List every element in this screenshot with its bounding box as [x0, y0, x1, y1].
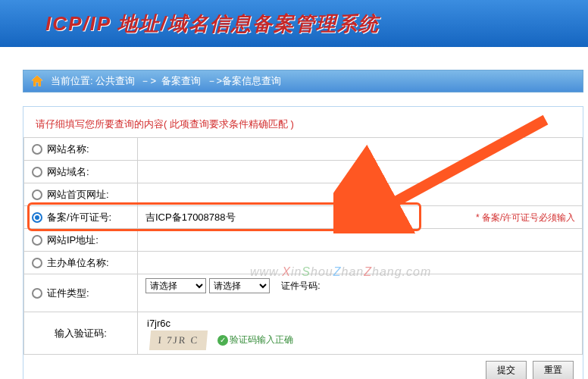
- cert-type-select-2[interactable]: 请选择: [209, 278, 270, 293]
- radio-site-url[interactable]: 网站首页网址:: [32, 188, 130, 202]
- radio-site-ip[interactable]: 网站IP地址:: [32, 233, 130, 247]
- check-icon: ✓: [217, 335, 228, 346]
- org-name-input[interactable]: [145, 255, 574, 270]
- home-icon: [30, 74, 45, 89]
- cert-no-label: 证件号码:: [281, 280, 320, 291]
- submit-button[interactable]: 提交: [486, 361, 527, 379]
- app-title: ICP/IP 地址/域名信息备案管理系统: [45, 11, 380, 37]
- site-name-input[interactable]: [145, 142, 574, 156]
- breadcrumb-record-info-query: 备案信息查询: [222, 74, 281, 88]
- captcha-status: ✓验证码输入正确: [217, 334, 293, 345]
- radio-site-domain[interactable]: 网站域名:: [32, 165, 130, 179]
- license-required-note: * 备案/许可证号必须输入: [476, 211, 575, 224]
- breadcrumb-record-query[interactable]: 备案查询: [161, 74, 201, 88]
- radio-license-no[interactable]: 备案/许可证号:: [32, 211, 130, 224]
- cert-no-input[interactable]: [145, 293, 574, 308]
- cert-type-select-1[interactable]: 请选择: [145, 278, 206, 293]
- radio-site-name[interactable]: 网站名称:: [32, 143, 130, 156]
- radio-cert-type[interactable]: 证件类型:: [32, 287, 130, 300]
- license-no-input[interactable]: 吉ICP备17008788号: [145, 211, 236, 223]
- breadcrumb: 当前位置: 公共查询 －> 备案查询 －> 备案信息查询: [23, 70, 583, 92]
- captcha-label: 输入验证码:: [55, 327, 107, 339]
- radio-org-name[interactable]: 主办单位名称:: [32, 256, 130, 270]
- site-domain-input[interactable]: [145, 164, 574, 179]
- captcha-image[interactable]: I 7JR C: [149, 330, 208, 350]
- captcha-input[interactable]: [145, 316, 574, 330]
- app-header: ICP/IP 地址/域名信息备案管理系统: [0, 0, 588, 47]
- breadcrumb-label: 当前位置:: [51, 74, 93, 88]
- site-ip-input[interactable]: [145, 233, 574, 247]
- site-url-input[interactable]: [145, 187, 574, 202]
- reset-button[interactable]: 重置: [533, 361, 574, 379]
- form-instruction: 请仔细填写您所要查询的内容( 此项查询要求条件精确匹配 ): [23, 107, 583, 137]
- query-form-panel: 请仔细填写您所要查询的内容( 此项查询要求条件精确匹配 ) 网站名称: 网站域名…: [23, 106, 583, 379]
- breadcrumb-public-query[interactable]: 公共查询: [95, 74, 135, 88]
